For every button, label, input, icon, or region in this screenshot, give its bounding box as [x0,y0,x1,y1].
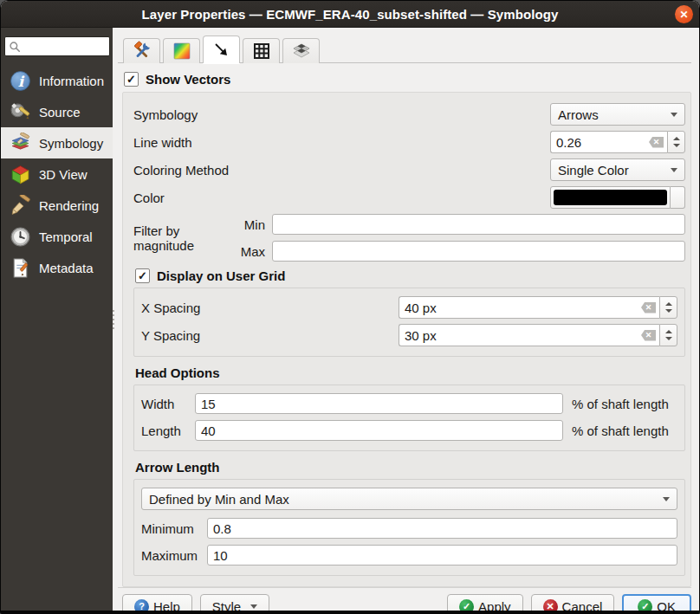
search-input[interactable] [24,40,102,53]
sidebar-item-label: 3D View [39,167,88,182]
show-vectors-checkbox[interactable]: ✓ [124,72,139,87]
arrow-length-method-combobox[interactable]: Defined by Min and Max [141,488,677,510]
ok-button[interactable]: ✓ OK [622,594,691,614]
sidebar-search[interactable] [4,36,110,56]
tab-averaging[interactable] [282,38,320,63]
user-grid-label: Display on User Grid [157,268,285,283]
ok-button-label: OK [657,599,676,614]
clear-value-icon[interactable]: ✕ [641,330,656,341]
info-icon: i [9,69,31,92]
sidebar-item-source[interactable]: Source [1,96,113,127]
search-icon [9,41,21,53]
line-width-input[interactable] [556,135,646,150]
coloring-method-row: Coloring Method Single Color [133,158,685,181]
apply-button-label: Apply [478,599,511,614]
coloring-method-value: Single Color [558,163,629,178]
head-length-label: Length [141,423,195,438]
color-dropdown-button[interactable] [671,186,685,209]
head-width-row: Width % of shaft length [141,393,677,414]
tab-general-settings[interactable] [123,38,160,63]
ok-check-icon: ✓ [638,599,652,614]
user-grid-row: ✓ Display on User Grid [135,268,685,283]
sidebar-splitter[interactable] [113,28,116,611]
metadata-icon [9,256,31,279]
arrow-length-title: Arrow Length [135,460,685,475]
chevron-down-icon [671,113,677,117]
head-width-input[interactable] [195,393,563,414]
sidebar-item-label: Metadata [39,261,94,275]
y-spacing-row: Y Spacing ✕ [141,324,677,346]
apply-button[interactable]: ✓ Apply [447,594,523,614]
sidebar: i Information Source [1,28,113,611]
show-vectors-label: Show Vectors [146,72,230,87]
temporal-icon [9,225,31,248]
y-spacing-stepper[interactable] [659,324,677,346]
min-label: Min [236,217,265,232]
tab-rendering-grid[interactable] [243,38,280,63]
color-swatch [554,190,667,205]
clear-value-icon[interactable]: ✕ [641,302,656,313]
arrow-length-frame: Defined by Min and Max Minimum Maximum [133,479,685,576]
line-width-stepper[interactable] [667,131,685,153]
filter-by-magnitude-block: Filter by magnitude Min Max [133,214,685,262]
cancel-button[interactable]: ✕ Cancel [531,594,615,614]
filter-max-row: Max [236,241,685,262]
sidebar-item-metadata[interactable]: Metadata [1,252,113,283]
head-width-label: Width [141,397,195,411]
color-row: Color [133,186,685,209]
mesh-layers-icon [291,41,312,61]
sidebar-item-label: Rendering [39,198,99,213]
line-width-label: Line width [133,135,550,150]
symbology-combobox[interactable]: Arrows [550,103,685,126]
filter-min-input[interactable] [272,214,685,235]
rendering-icon [9,194,31,217]
sidebar-item-temporal[interactable]: Temporal [1,221,113,252]
symbology-label: Symbology [133,107,550,122]
line-width-row: Line width ✕ [133,131,685,153]
clear-value-icon[interactable]: ✕ [649,137,664,148]
arrow-length-method-value: Defined by Min and Max [149,492,289,507]
head-length-suffix: % of shaft length [563,423,677,438]
user-grid-checkbox[interactable]: ✓ [135,268,150,283]
arrow-minimum-row: Minimum [141,518,677,539]
vector-arrow-icon [211,40,232,61]
head-width-suffix: % of shaft length [563,397,677,411]
chevron-down-icon [250,604,257,609]
coloring-method-combobox[interactable]: Single Color [550,158,685,181]
filter-by-magnitude-label: Filter by magnitude [133,223,236,253]
arrow-minimum-input[interactable] [207,518,677,539]
style-button[interactable]: Style [200,594,269,614]
head-length-input[interactable] [195,420,563,441]
color-button [550,186,685,209]
head-options-frame: Width % of shaft length Length % of shaf… [133,385,685,451]
x-spacing-label: X Spacing [141,301,399,315]
x-spacing-stepper[interactable] [659,296,677,319]
cancel-cross-icon: ✕ [543,599,558,614]
sidebar-item-symbology[interactable]: Symbology [1,127,113,158]
sidebar-item-rendering[interactable]: Rendering [1,190,113,221]
tab-vectors[interactable] [203,36,240,63]
tab-contours[interactable] [163,38,200,63]
head-options-title: Head Options [135,365,685,380]
tools-icon [132,41,152,61]
titlebar[interactable]: Layer Properties — ECMWF_ERA-40_subset-s… [1,1,699,28]
symbology-value: Arrows [558,107,599,122]
help-button-label: Help [153,599,180,614]
line-width-spinbox: ✕ [550,131,685,153]
sidebar-item-information[interactable]: i Information [1,65,113,96]
symbology-tabbar [118,36,691,63]
color-swatch-button[interactable] [550,186,671,209]
y-spacing-input[interactable] [405,328,638,343]
apply-check-icon: ✓ [459,599,474,614]
arrow-minimum-label: Minimum [141,521,207,536]
filter-max-input[interactable] [272,241,685,262]
arrow-maximum-input[interactable] [207,545,677,566]
x-spacing-spinbox: ✕ [399,296,677,319]
color-label: Color [133,191,550,205]
help-button[interactable]: ? Help [122,594,192,614]
close-button[interactable]: ✕ [675,5,693,23]
sidebar-item-3d-view[interactable]: 3D View [1,158,113,190]
chevron-down-icon [671,168,677,172]
x-spacing-input[interactable] [405,301,638,315]
close-icon: ✕ [679,9,688,21]
